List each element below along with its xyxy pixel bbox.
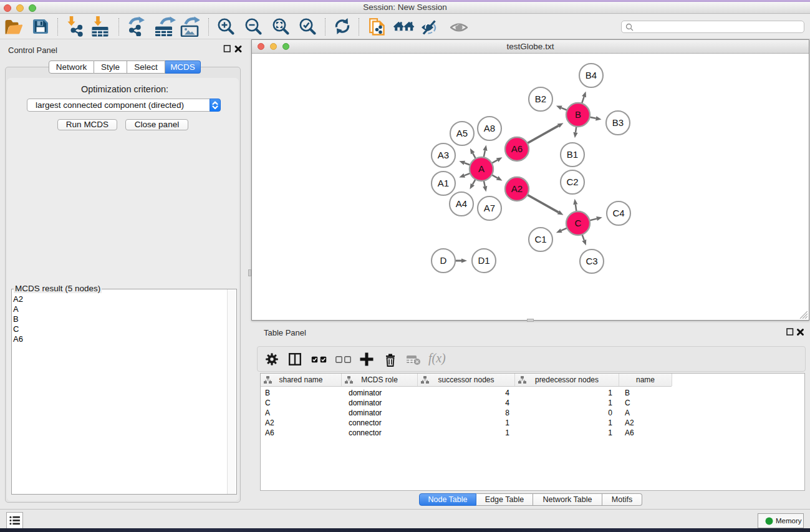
svg-text:B3: B3 xyxy=(612,117,624,128)
svg-text:A8: A8 xyxy=(484,123,495,133)
svg-text:D1: D1 xyxy=(478,255,489,266)
svg-text:C4: C4 xyxy=(612,208,624,218)
svg-text:B2: B2 xyxy=(535,94,546,104)
svg-text:A4: A4 xyxy=(456,198,467,209)
svg-text:A5: A5 xyxy=(456,128,468,138)
svg-text:C2: C2 xyxy=(566,177,578,187)
svg-text:A: A xyxy=(478,163,485,174)
svg-text:C3: C3 xyxy=(586,256,597,266)
svg-text:A7: A7 xyxy=(484,203,495,213)
svg-text:A1: A1 xyxy=(438,178,449,188)
svg-text:A2: A2 xyxy=(511,183,523,194)
svg-text:D: D xyxy=(440,255,447,266)
svg-text:B4: B4 xyxy=(586,70,597,80)
svg-text:B1: B1 xyxy=(567,149,578,160)
svg-text:A6: A6 xyxy=(511,143,523,154)
svg-text:C: C xyxy=(575,218,582,228)
svg-text:B: B xyxy=(575,109,581,120)
svg-text:C1: C1 xyxy=(534,234,546,244)
svg-text:A3: A3 xyxy=(438,150,449,160)
